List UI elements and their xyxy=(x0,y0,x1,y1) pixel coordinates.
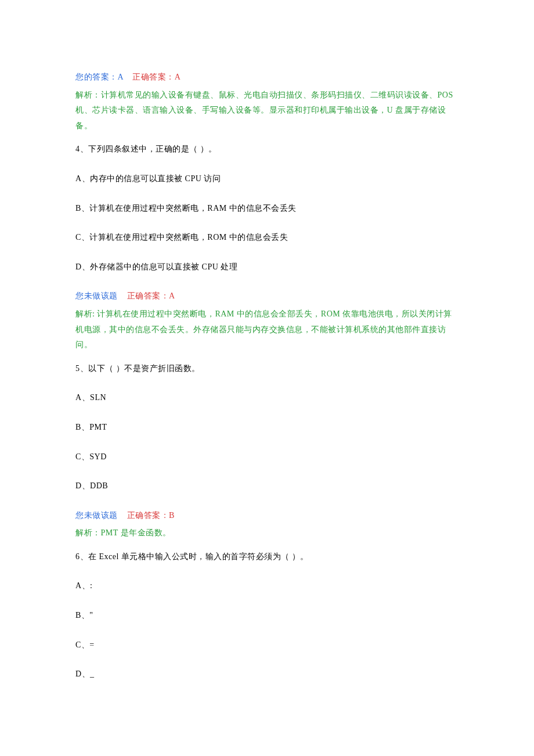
q4-analysis-text: 计算机在使用过程中突然断电，RAM 中的信息会全部丢失，ROM 依靠电池供电，所… xyxy=(75,309,452,349)
q5-option-b: B、PMT xyxy=(75,420,459,435)
q4-option-d: D、外存储器中的信息可以直接被 CPU 处理 xyxy=(75,260,459,275)
q4-answer-line: 您未做该题 正确答案：A xyxy=(75,289,459,304)
q3-your-answer: 您的答案：A xyxy=(75,73,123,81)
q5-analysis: 解析：PMT 是年金函数。 xyxy=(75,525,459,541)
q4-option-b: B、计算机在使用过程中突然断电，RAM 中的信息不会丢失 xyxy=(75,201,459,217)
q6-option-b: B、" xyxy=(75,608,459,624)
q4-question: 4、下列四条叙述中，正确的是（ ）。 xyxy=(75,142,459,157)
q5-not-answered: 您未做该题 xyxy=(75,511,118,520)
q4-not-answered: 您未做该题 xyxy=(75,291,118,300)
q5-question: 5、以下（ ）不是资产折旧函数。 xyxy=(75,361,459,377)
q5-option-d: D、DDB xyxy=(75,478,459,494)
q5-analysis-text: PMT 是年金函数。 xyxy=(101,528,171,537)
q6-option-a: A、: xyxy=(75,578,459,594)
q3-analysis-text: 计算机常见的输入设备有键盘、鼠标、光电自动扫描仪、条形码扫描仪、二维码识读设备、… xyxy=(75,91,453,130)
q6-question: 6、在 Excel 单元格中输入公式时，输入的首字符必须为（ ）。 xyxy=(75,549,459,565)
q3-answer-line: 您的答案：A 正确答案：A xyxy=(75,70,459,85)
q4-correct-answer: 正确答案：A xyxy=(127,291,175,300)
q6-option-c: C、= xyxy=(75,638,459,653)
q5-analysis-label: 解析： xyxy=(75,528,101,537)
q4-option-a: A、内存中的信息可以直接被 CPU 访问 xyxy=(75,171,459,187)
q6-option-d: D、_ xyxy=(75,667,459,682)
q5-answer-line: 您未做该题 正确答案：B xyxy=(75,508,459,524)
q4-analysis: 解析: 计算机在使用过程中突然断电，RAM 中的信息会全部丢失，ROM 依靠电池… xyxy=(75,307,459,353)
q5-correct-answer: 正确答案：B xyxy=(127,511,175,520)
q4-option-c: C、计算机在使用过程中突然断电，ROM 中的信息会丢失 xyxy=(75,230,459,246)
q3-correct-answer: 正确答案：A xyxy=(132,73,181,81)
q5-option-a: A、SLN xyxy=(75,390,459,406)
q3-analysis-label: 解析： xyxy=(75,91,101,99)
q4-analysis-label: 解析: xyxy=(75,309,97,318)
q5-option-c: C、SYD xyxy=(75,449,459,465)
q3-analysis: 解析：计算机常见的输入设备有键盘、鼠标、光电自动扫描仪、条形码扫描仪、二维码识读… xyxy=(75,88,459,134)
